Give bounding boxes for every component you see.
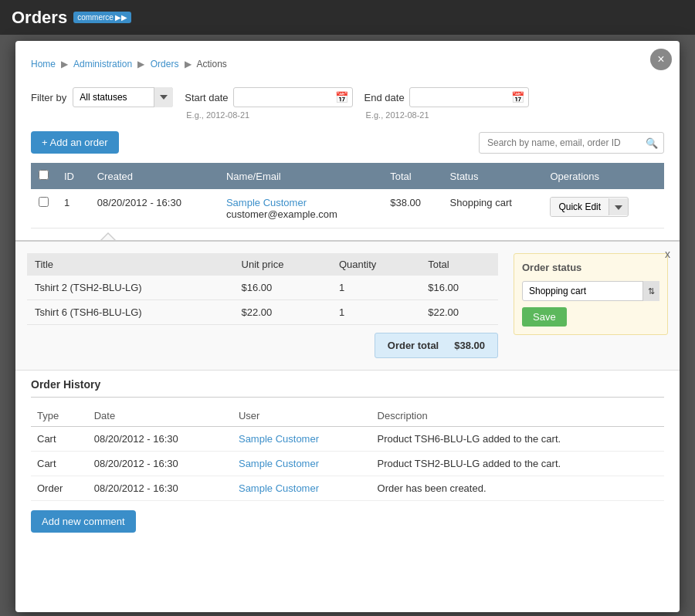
start-date-group: Start date 📅 E.g., 2012-08-21	[185, 87, 352, 120]
row-operations: Quick Edit	[542, 189, 664, 228]
breadcrumb-orders[interactable]: Orders	[151, 59, 179, 69]
quick-edit-dropdown-button[interactable]	[609, 198, 628, 215]
history-divider	[31, 397, 664, 398]
order-total-row: Order total $38.00	[27, 333, 498, 358]
order-total-box: Order total $38.00	[375, 333, 498, 358]
modal-close-button[interactable]: ×	[650, 49, 672, 70]
add-order-button[interactable]: + Add an order	[31, 131, 119, 154]
history-type-1: Cart	[31, 427, 88, 452]
breadcrumb-actions: Actions	[196, 59, 226, 69]
history-date-3: 08/20/2012 - 16:30	[88, 476, 232, 501]
search-input[interactable]	[479, 132, 664, 154]
status-filter-wrap: All statuses	[73, 87, 173, 107]
quick-edit-button[interactable]: Quick Edit	[551, 198, 609, 216]
history-table: Type Date User Description Cart 08/20/20…	[31, 405, 664, 501]
order-total-label: Order total	[388, 340, 439, 351]
row-status: Shopping cart	[442, 189, 543, 228]
history-user-link-1[interactable]: Sample Customer	[239, 433, 319, 445]
quick-edit-btn-group: Quick Edit	[550, 197, 629, 217]
end-date-group: End date 📅 E.g., 2012-08-21	[364, 87, 529, 120]
panel-close-button[interactable]: x	[665, 248, 670, 260]
header-total: Total	[382, 163, 442, 189]
start-date-wrap: 📅	[233, 87, 353, 107]
status-box-title: Order status	[522, 262, 659, 273]
row-checkbox-cell	[31, 189, 56, 228]
header-status: Status	[442, 163, 543, 189]
header-id: ID	[56, 163, 90, 189]
start-date-label: Start date	[185, 92, 228, 103]
item-quantity-2: 1	[331, 300, 420, 325]
history-type-2: Cart	[31, 452, 88, 476]
panel-status: Order status Shopping cart ⇅ Save	[514, 253, 668, 358]
quick-edit-panel: x Title Unit price Quantity Total	[15, 240, 680, 371]
items-header-row: Title Unit price Quantity Total	[27, 253, 498, 276]
orders-table: ID Created Name/Email Total Status Opera…	[31, 163, 664, 228]
status-filter-select[interactable]: All statuses	[73, 87, 173, 107]
history-date-1: 08/20/2012 - 16:30	[88, 427, 232, 452]
row-created: 08/20/2012 - 16:30	[90, 189, 219, 228]
toolbar-row: + Add an order 🔍	[31, 131, 664, 154]
items-header-total: Total	[420, 253, 498, 276]
history-desc-1: Product TSH6-BLU-LG added to the cart.	[371, 427, 664, 452]
start-date-hint: E.g., 2012-08-21	[185, 110, 352, 120]
end-date-row: End date 📅	[364, 87, 529, 107]
end-date-hint: E.g., 2012-08-21	[364, 110, 529, 120]
save-button[interactable]: Save	[522, 307, 567, 327]
breadcrumb-home[interactable]: Home	[31, 59, 56, 69]
breadcrumb: Home ▶ Administration ▶ Orders ▶ Actions	[31, 52, 664, 76]
items-table-header: Title Unit price Quantity Total	[27, 253, 498, 276]
modal-content: Home ▶ Administration ▶ Orders ▶ Actions…	[15, 41, 680, 240]
item-unit-price-2: $22.00	[234, 300, 331, 325]
panel-layout: Title Unit price Quantity Total Tshirt 2…	[27, 253, 668, 358]
filter-row: Filter by All statuses Start da	[31, 87, 664, 120]
status-select[interactable]: Shopping cart	[522, 281, 659, 301]
header-created: Created	[90, 163, 219, 189]
end-date-label: End date	[364, 92, 405, 103]
status-select-wrap: Shopping cart ⇅	[522, 281, 659, 301]
breadcrumb-sep-1: ▶	[61, 59, 68, 69]
quick-edit-panel-wrapper: x Title Unit price Quantity Total	[15, 240, 680, 371]
history-header-date: Date	[88, 405, 232, 427]
row-checkbox[interactable]	[39, 197, 49, 207]
status-box: Order status Shopping cart ⇅ Save	[514, 253, 668, 335]
history-desc-3: Order has been created.	[371, 476, 664, 501]
orders-table-body: 1 08/20/2012 - 16:30 Sample Customer cus…	[31, 189, 664, 228]
search-wrap: 🔍	[479, 132, 664, 154]
history-row-3: Order 08/20/2012 - 16:30 Sample Customer…	[31, 476, 664, 501]
history-user-2: Sample Customer	[232, 452, 371, 476]
add-comment-button[interactable]: Add new comment	[31, 510, 136, 533]
history-header-description: Description	[371, 405, 664, 427]
items-header-quantity: Quantity	[331, 253, 420, 276]
end-date-wrap: 📅	[409, 87, 529, 107]
breadcrumb-sep-3: ▶	[185, 59, 192, 69]
history-date-2: 08/20/2012 - 16:30	[88, 452, 232, 476]
history-header-row: Type Date User Description	[31, 405, 664, 427]
breadcrumb-administration[interactable]: Administration	[73, 59, 132, 69]
breadcrumb-sep-2: ▶	[137, 59, 144, 69]
history-user-3: Sample Customer	[232, 476, 371, 501]
history-header-user: User	[232, 405, 371, 427]
items-header-title: Title	[27, 253, 234, 276]
start-date-input[interactable]	[233, 87, 353, 107]
history-section: Order History Type Date User Description	[15, 371, 680, 544]
history-user-link-3[interactable]: Sample Customer	[239, 482, 319, 494]
history-table-body: Cart 08/20/2012 - 16:30 Sample Customer …	[31, 427, 664, 501]
item-title-1: Tshirt 2 (TSH2-BLU-LG)	[27, 276, 234, 300]
header-checkbox-cell	[31, 163, 56, 189]
item-title-2: Tshirt 6 (TSH6-BLU-LG)	[27, 300, 234, 325]
end-date-input[interactable]	[409, 87, 529, 107]
item-total-1: $16.00	[420, 276, 498, 300]
customer-email: customer@example.com	[226, 208, 337, 220]
header-operations: Operations	[542, 163, 664, 189]
select-all-checkbox[interactable]	[39, 170, 49, 180]
item-quantity-1: 1	[331, 276, 420, 300]
page-title: Orders	[12, 8, 67, 28]
item-row-2: Tshirt 6 (TSH6-BLU-LG) $22.00 1 $22.00	[27, 300, 498, 325]
history-row-2: Cart 08/20/2012 - 16:30 Sample Customer …	[31, 452, 664, 476]
history-header-type: Type	[31, 405, 88, 427]
logo-badge: commerce ▶▶	[73, 12, 131, 23]
customer-name-link[interactable]: Sample Customer	[226, 197, 307, 208]
order-total-value: $38.00	[454, 340, 485, 351]
history-user-link-2[interactable]: Sample Customer	[239, 458, 319, 469]
panel-items: Title Unit price Quantity Total Tshirt 2…	[27, 253, 498, 358]
